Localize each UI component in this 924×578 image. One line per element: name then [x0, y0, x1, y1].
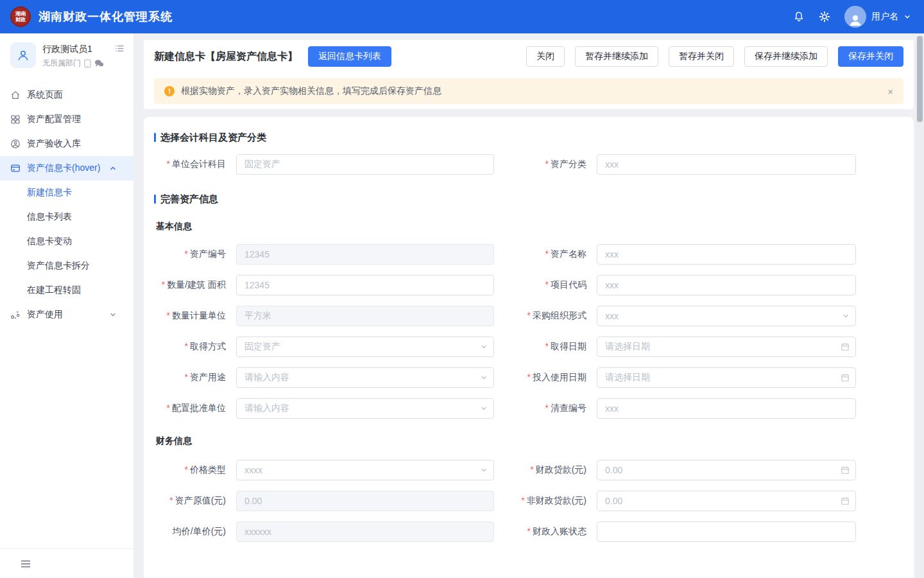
- user-name: 行政测试员1: [42, 42, 112, 55]
- app-logo-seal-icon: 湖南财政: [10, 6, 31, 27]
- topbar: 湖南财政 湖南财政一体化管理系统 用户名: [0, 0, 924, 33]
- project-code-input[interactable]: xxx: [597, 275, 856, 295]
- sidebar-item-system-page[interactable]: 系统页面: [0, 83, 133, 107]
- user-menu[interactable]: 用户名: [844, 6, 911, 28]
- price-type-select[interactable]: xxxx: [236, 460, 494, 480]
- required-asterisk: *: [545, 403, 549, 413]
- field-label: *项目代码: [504, 279, 597, 291]
- field-label: *资产用途: [154, 372, 236, 383]
- asset-original-value-input: 0.00: [236, 491, 494, 511]
- avatar: [844, 6, 866, 28]
- commission-date-date-input[interactable]: 请选择日期: [597, 367, 856, 388]
- sidebar-subitem-info-card-change[interactable]: 信息卡变动: [0, 229, 133, 254]
- sidebar-subitem-label: 新建信息卡: [27, 187, 72, 198]
- sidebar-footer: [0, 548, 133, 578]
- sidebar-item-asset-acceptance[interactable]: 资产验收入库: [0, 132, 133, 156]
- form-field-procurement-org-form: *采购组织形式xxx: [504, 306, 856, 326]
- form-field-asset-name: *资产名称xxx: [504, 244, 856, 265]
- stash-and-close-button[interactable]: 暂存并关闭: [669, 46, 734, 67]
- asset-category-input[interactable]: xxx: [597, 154, 856, 175]
- calendar-icon: [841, 373, 850, 382]
- required-asterisk: *: [545, 279, 549, 290]
- inventory-number-input[interactable]: xxx: [597, 398, 856, 419]
- required-asterisk: *: [527, 310, 531, 320]
- form-field-asset-category: *资产分类xxx: [504, 154, 856, 175]
- field-placeholder: xxx: [605, 403, 619, 414]
- header-actions: 关闭暂存并继续添加暂存并关闭保存并继续添加保存并关闭: [516, 46, 903, 67]
- sidebar-subitem-new-info-card[interactable]: 新建信息卡: [0, 180, 133, 205]
- field-label: *取得日期: [504, 341, 597, 353]
- field-label: *资产原值(元): [154, 495, 236, 507]
- sidebar-item-asset-config[interactable]: 资产配置管理: [0, 107, 133, 132]
- list-icon[interactable]: [115, 44, 124, 55]
- field-label: *资产名称: [504, 249, 597, 260]
- field-label: *财政贷款(元): [504, 464, 597, 476]
- sidebar-subitem-label: 资产信息卡拆分: [27, 260, 90, 272]
- section-accent-bar: [154, 133, 156, 142]
- field-placeholder: 0.00: [605, 465, 622, 475]
- field-placeholder: 请选择日期: [605, 341, 650, 353]
- save-and-continue-button[interactable]: 保存并继续添加: [744, 46, 828, 67]
- sidebar-subitem-info-card-list[interactable]: 信息卡列表: [0, 205, 133, 229]
- quantity-building-area-input[interactable]: 12345: [236, 275, 494, 295]
- form-card: 选择会计科目及资产分类*单位会计科目固定资产*资产分类xxx完善资产信息基本信息…: [144, 117, 914, 578]
- page-header-card: 新建信息卡【房屋资产信息卡】 返回信息卡列表 关闭暂存并继续添加暂存并关闭保存并…: [144, 40, 914, 109]
- section-title-text: 完善资产信息: [160, 193, 218, 206]
- chevron-up-icon: [109, 164, 117, 172]
- sidebar-item-label: 资产配置管理: [27, 114, 81, 125]
- sidebar-subitem-construction-transfer[interactable]: 在建工程转固: [0, 278, 133, 302]
- unit-accounting-subject-input[interactable]: 固定资产: [236, 154, 494, 175]
- group-title: 财务信息: [156, 435, 903, 448]
- field-placeholder: 0.00: [605, 496, 622, 506]
- collapse-sidebar-icon[interactable]: [21, 559, 31, 568]
- group-title: 基本信息: [156, 221, 903, 234]
- form-field-average-unit-price: 均价/单价(元)xxxxxx: [154, 521, 494, 542]
- field-placeholder: 请选择日期: [605, 372, 650, 383]
- asset-purpose-select[interactable]: 请输入内容: [236, 367, 494, 388]
- info-alert: ! 根据实物资产，录入资产实物相关信息，填写完成后保存资产信息 ×: [154, 78, 903, 104]
- card-icon: [10, 163, 21, 173]
- config-approval-unit-select[interactable]: 请输入内容: [236, 398, 494, 419]
- form-field-unit-accounting-subject: *单位会计科目固定资产: [154, 154, 494, 175]
- close-button[interactable]: 关闭: [526, 46, 565, 67]
- field-label: *取得方式: [154, 341, 236, 353]
- sidebar-item-label: 系统页面: [27, 89, 63, 101]
- gear-icon[interactable]: [819, 11, 830, 22]
- back-to-list-button[interactable]: 返回信息卡列表: [308, 46, 391, 67]
- sidebar-item-label: 资产验收入库: [27, 138, 81, 150]
- acquisition-date-date-input[interactable]: 请选择日期: [597, 337, 856, 357]
- required-asterisk: *: [527, 526, 531, 536]
- field-label: 均价/单价(元): [154, 526, 236, 538]
- acquisition-method-select[interactable]: 固定资产: [236, 337, 494, 357]
- non-fiscal-loan-date-input[interactable]: 0.00: [597, 491, 856, 511]
- sidebar-item-asset-use[interactable]: 资产使用: [0, 302, 133, 327]
- app-title: 湖南财政一体化管理系统: [38, 9, 173, 24]
- sidebar-item-asset-info-card[interactable]: 资产信息卡(hover): [0, 156, 133, 180]
- required-asterisk: *: [185, 372, 188, 382]
- bell-icon[interactable]: [793, 11, 805, 22]
- procurement-org-form-select[interactable]: xxx: [597, 306, 856, 326]
- fiscal-loan-date-input[interactable]: 0.00: [597, 460, 856, 480]
- field-label: *采购组织形式: [504, 310, 597, 322]
- field-placeholder: xxx: [605, 159, 619, 170]
- scrollbar-track[interactable]: [916, 33, 924, 578]
- chevron-down-icon: [480, 374, 488, 381]
- sidebar-subitem-info-card-split[interactable]: 资产信息卡拆分: [0, 254, 133, 278]
- scrollbar-thumb[interactable]: [917, 36, 923, 122]
- field-label: *数量计量单位: [154, 310, 236, 322]
- asset-name-input[interactable]: xxx: [597, 244, 856, 265]
- warning-icon: !: [164, 86, 175, 96]
- quantity-unit-input: 平方米: [236, 306, 494, 326]
- fiscal-entry-status-input[interactable]: [597, 521, 856, 542]
- required-asterisk: *: [530, 464, 533, 475]
- field-placeholder: xxx: [605, 311, 619, 321]
- phone-icon: [84, 59, 91, 68]
- required-asterisk: *: [545, 159, 549, 169]
- field-label: *资产编号: [154, 249, 236, 260]
- user-avatar: [10, 42, 36, 68]
- close-icon[interactable]: ×: [887, 87, 893, 96]
- stash-and-continue-button[interactable]: 暂存并继续添加: [575, 46, 658, 67]
- field-placeholder: 平方米: [244, 310, 271, 322]
- form-field-asset-original-value: *资产原值(元)0.00: [154, 491, 494, 511]
- save-and-close-button[interactable]: 保存并关闭: [838, 46, 903, 67]
